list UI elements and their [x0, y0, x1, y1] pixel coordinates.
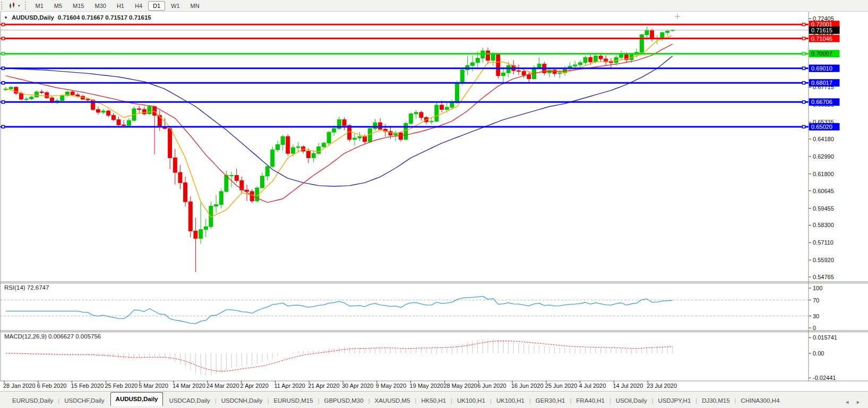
candle-bull	[460, 70, 464, 83]
chart-tab-CHINA300-H4[interactable]: CHINA300,H4	[736, 395, 784, 406]
timeframe-button-D1[interactable]: D1	[148, 1, 165, 11]
price-axis-tick-label: 0.62990	[813, 153, 834, 160]
chart-tab-FRA40-H1[interactable]: FRA40,H1	[571, 395, 609, 406]
date-axis-label: 11 Apr 2020	[274, 383, 305, 389]
candle-bear	[168, 128, 172, 158]
chart-tab-EURUSD-Daily[interactable]: EURUSD,Daily	[7, 395, 58, 406]
chart-tab-AUDUSD-Daily[interactable]: AUDUSD,Daily	[110, 392, 164, 406]
chart-tab-UK100-H1[interactable]: UK100,H1	[492, 395, 529, 406]
macd-axis-tick-label: 0.015741	[813, 334, 837, 341]
candle-bull	[225, 176, 228, 192]
chart-tab-GER30-H1[interactable]: GER30,H1	[531, 395, 570, 406]
timeframe-button-MN[interactable]: MN	[186, 1, 204, 11]
line-anchor-handle[interactable]	[2, 37, 5, 40]
line-anchor-handle[interactable]	[803, 37, 805, 40]
price-chart-canvas[interactable]: 0.724050.677150.653350.641800.629900.618…	[0, 12, 868, 391]
candle-bull	[353, 138, 356, 140]
candle-bear	[517, 71, 521, 71]
candle-bull	[645, 30, 649, 34]
timeframe-button-group: M1M5M15M30H1H4D1W1MN	[30, 1, 205, 11]
price-axis-tick-label: 0.55920	[813, 257, 834, 263]
timeframe-button-H1[interactable]: H1	[112, 1, 129, 11]
line-anchor-handle[interactable]	[2, 82, 5, 84]
price-level-label: 0.68017	[811, 80, 832, 86]
chart-tab-UK100-H1[interactable]: UK100,H1	[452, 395, 490, 406]
macd-axis-tick-label: 0.00	[813, 350, 824, 357]
chart-tab-USDCAD-Daily[interactable]: USDCAD,Daily	[164, 395, 214, 406]
chart-tab-HK50-H1[interactable]: HK50,H1	[416, 395, 451, 406]
date-axis-label: 28 Jan 2020	[3, 383, 36, 389]
price-level-label: 0.66706	[811, 99, 832, 105]
date-axis-label: 9 May 2020	[376, 383, 406, 389]
candle-bull	[502, 73, 505, 76]
date-axis-label: 14 Jul 2020	[613, 383, 643, 389]
candle-bear	[71, 92, 74, 95]
date-axis-label: 15 Feb 2020	[71, 383, 104, 389]
chart-tab-USDJPY-H1[interactable]: USDJPY,H1	[654, 395, 696, 406]
line-anchor-handle[interactable]	[2, 67, 5, 70]
candle-bear	[286, 136, 290, 153]
collapse-caret-icon[interactable]: ▼	[4, 15, 8, 20]
chart-tools-button[interactable]: ▾	[6, 2, 22, 10]
candle-bull	[9, 87, 13, 89]
date-axis-label: 25 Jun 2020	[545, 383, 578, 389]
chart-area[interactable]: 0.724050.677150.653350.641800.629900.618…	[0, 12, 868, 391]
candle-bear	[137, 109, 141, 109]
candle-bull	[322, 143, 325, 147]
line-anchor-handle[interactable]	[2, 125, 5, 128]
candle-bull	[219, 192, 223, 205]
date-axis-label: 5 Mar 2020	[139, 383, 168, 389]
line-anchor-handle[interactable]	[2, 23, 5, 26]
chart-tab-EURUSD-M15[interactable]: EURUSD,M15	[269, 395, 317, 406]
macd-axis-tick-label: -0.02441	[813, 375, 836, 381]
timeframe-button-W1[interactable]: W1	[166, 1, 185, 11]
candle-bull	[373, 123, 377, 128]
timeframe-button-M5[interactable]: M5	[49, 1, 67, 11]
toolbar-grip[interactable]	[1, 2, 4, 10]
candle-bear	[14, 87, 18, 93]
candle-bear	[363, 136, 367, 142]
tabs-scroll-right-icon[interactable]: ►	[856, 400, 861, 405]
timeframe-button-M30[interactable]: M30	[90, 1, 110, 11]
tabs-scroll-left-icon[interactable]: ◄	[845, 400, 849, 405]
chart-tab-DJ30-M15[interactable]: DJ30,M15	[697, 395, 734, 406]
candle-bear	[107, 111, 110, 115]
chart-tab-USDCNH-Daily[interactable]: USDCNH,Daily	[217, 395, 268, 406]
tab-scroll-controls: ◄►	[845, 400, 868, 406]
candle-bear	[486, 51, 490, 60]
line-anchor-handle[interactable]	[803, 23, 805, 26]
line-anchor-handle[interactable]	[2, 53, 5, 55]
toolbar-grip-2[interactable]	[25, 2, 28, 10]
rsi-axis-tick-label: 70	[813, 297, 819, 303]
line-anchor-handle[interactable]	[803, 53, 805, 55]
date-axis-label: 4 Jul 2020	[579, 383, 606, 389]
candle-bear	[419, 112, 423, 118]
candle-bear	[40, 92, 44, 92]
line-anchor-handle[interactable]	[803, 82, 805, 84]
chart-tab-GBPUSD-M30[interactable]: GBPUSD,M30	[319, 395, 368, 406]
candle-bull	[61, 96, 64, 101]
timeframe-button-M15[interactable]: M15	[68, 1, 89, 11]
chart-tab-USDCHF-Daily[interactable]: USDCHF,Daily	[59, 395, 109, 406]
chart-title: ▼ AUDUSD,Daily 0.71604 0.71667 0.71517 0…	[4, 14, 151, 21]
price-axis-tick-label: 0.64180	[813, 136, 834, 142]
candle-bull	[414, 112, 418, 114]
rsi-axis-tick-label: 100	[813, 285, 822, 291]
candle-bull	[291, 147, 295, 153]
date-axis-label: 25 Feb 2020	[105, 383, 137, 389]
timeframe-button-M1[interactable]: M1	[31, 1, 48, 11]
candle-bear	[173, 158, 177, 172]
timeframe-button-H4[interactable]: H4	[130, 1, 147, 11]
date-axis-label: 6 Feb 2020	[37, 383, 67, 389]
candle-bull	[127, 120, 131, 126]
line-anchor-handle[interactable]	[803, 125, 805, 128]
chart-tab-XAUUSD-M5[interactable]: XAUUSD,M5	[369, 395, 415, 406]
candle-bear	[188, 202, 192, 231]
candle-bull	[148, 107, 151, 114]
candle-bull	[35, 92, 38, 97]
candle-bull	[578, 63, 582, 65]
line-anchor-handle[interactable]	[803, 67, 805, 70]
chart-tab-USOil-Daily[interactable]: USOil,Daily	[611, 395, 652, 406]
line-anchor-handle[interactable]	[803, 101, 805, 103]
line-anchor-handle[interactable]	[2, 101, 5, 103]
